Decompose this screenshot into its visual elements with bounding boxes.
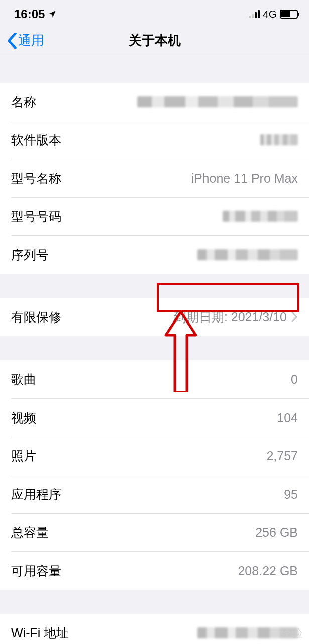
row-name[interactable]: 名称 bbox=[0, 83, 309, 121]
label-warranty: 有限保修 bbox=[11, 309, 61, 326]
status-left: 16:05 bbox=[14, 7, 57, 21]
stats-group: 歌曲 0 视频 104 照片 2,757 应用程序 95 总容量 256 GB … bbox=[0, 360, 309, 590]
label-songs: 歌曲 bbox=[11, 371, 36, 388]
chevron-left-icon bbox=[7, 33, 17, 49]
section-spacer bbox=[0, 56, 309, 83]
value-videos: 104 bbox=[277, 411, 298, 425]
value-available: 208.22 GB bbox=[238, 564, 298, 578]
page-title: 关于本机 bbox=[129, 32, 181, 49]
value-capacity: 256 GB bbox=[255, 525, 298, 540]
label-capacity: 总容量 bbox=[11, 524, 49, 541]
value-serial bbox=[197, 249, 298, 260]
label-videos: 视频 bbox=[11, 410, 36, 426]
label-apps: 应用程序 bbox=[11, 486, 61, 503]
label-photos: 照片 bbox=[11, 448, 36, 464]
value-songs: 0 bbox=[291, 372, 298, 387]
addresses-group: Wi-Fi 地址 蓝牙 bbox=[0, 614, 309, 644]
row-capacity[interactable]: 总容量 256 GB bbox=[0, 513, 309, 551]
chevron-right-icon bbox=[291, 312, 298, 322]
label-model-name: 型号名称 bbox=[11, 170, 61, 187]
row-model-number[interactable]: 型号号码 bbox=[0, 197, 309, 235]
redacted-value bbox=[197, 249, 298, 260]
status-time: 16:05 bbox=[14, 7, 45, 21]
location-icon bbox=[48, 10, 57, 19]
label-software-version: 软件版本 bbox=[11, 132, 61, 148]
value-apps: 95 bbox=[284, 487, 298, 502]
value-model-name: iPhone 11 Pro Max bbox=[191, 171, 298, 186]
row-serial[interactable]: 序列号 bbox=[0, 235, 309, 274]
battery-icon bbox=[280, 10, 298, 19]
row-videos[interactable]: 视频 104 bbox=[0, 398, 309, 437]
nav-bar: 通用 关于本机 bbox=[0, 25, 309, 56]
signal-icon bbox=[249, 10, 260, 18]
row-model-name[interactable]: 型号名称 iPhone 11 Pro Max bbox=[0, 159, 309, 197]
status-bar: 16:05 4G bbox=[0, 0, 309, 25]
row-photos[interactable]: 照片 2,757 bbox=[0, 437, 309, 475]
value-name bbox=[137, 96, 298, 107]
row-wifi-address[interactable]: Wi-Fi 地址 bbox=[0, 614, 309, 644]
row-warranty[interactable]: 有限保修 到期日期: 2021/3/10 bbox=[0, 298, 309, 336]
watermark: 经验 bbox=[280, 626, 304, 641]
label-name: 名称 bbox=[11, 94, 36, 110]
section-spacer bbox=[0, 336, 309, 360]
redacted-value bbox=[223, 211, 298, 222]
redacted-value bbox=[260, 134, 298, 145]
network-type: 4G bbox=[263, 8, 277, 20]
back-button[interactable]: 通用 bbox=[4, 25, 47, 56]
label-serial: 序列号 bbox=[11, 247, 49, 263]
row-available[interactable]: 可用容量 208.22 GB bbox=[0, 551, 309, 590]
label-wifi: Wi-Fi 地址 bbox=[11, 625, 69, 641]
row-software-version[interactable]: 软件版本 bbox=[0, 121, 309, 159]
row-apps[interactable]: 应用程序 95 bbox=[0, 475, 309, 513]
value-warranty: 到期日期: 2021/3/10 bbox=[174, 309, 298, 326]
back-label: 通用 bbox=[18, 32, 44, 49]
value-photos: 2,757 bbox=[266, 449, 298, 463]
label-available: 可用容量 bbox=[11, 562, 61, 579]
value-software-version bbox=[260, 134, 298, 145]
section-spacer bbox=[0, 274, 309, 298]
warranty-expiry: 到期日期: 2021/3/10 bbox=[174, 309, 287, 326]
section-spacer bbox=[0, 590, 309, 614]
label-model-number: 型号号码 bbox=[11, 208, 61, 225]
row-songs[interactable]: 歌曲 0 bbox=[0, 360, 309, 398]
warranty-group: 有限保修 到期日期: 2021/3/10 bbox=[0, 298, 309, 336]
redacted-value bbox=[137, 96, 298, 107]
device-info-group: 名称 软件版本 型号名称 iPhone 11 Pro Max 型号号码 序列号 bbox=[0, 83, 309, 274]
value-model-number bbox=[223, 211, 298, 222]
status-right: 4G bbox=[249, 8, 298, 20]
